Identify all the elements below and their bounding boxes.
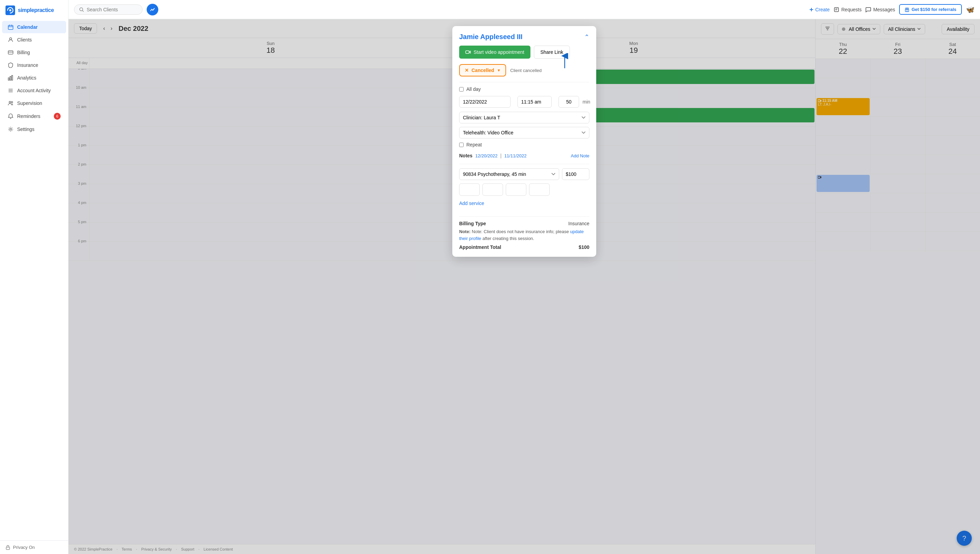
svg-rect-10 [10,76,11,80]
divider-2 [459,164,589,164]
svg-rect-18 [6,547,10,549]
referral-label: Get $150 for referrals [912,7,956,12]
appointment-total-label: Appointment Total [459,244,501,250]
allday-row: All day [459,86,589,92]
notes-sep: | [500,153,502,158]
add-service-button[interactable]: Add service [459,199,484,207]
code-box-2[interactable] [482,183,503,196]
clients-icon [8,37,14,43]
notes-label: Notes [459,153,473,158]
sidebar-item-account-activity[interactable]: Account Activity [2,84,66,97]
calendar-icon [8,24,14,30]
billing-type-label: Billing Type [459,221,486,226]
svg-rect-7 [8,51,13,54]
svg-point-6 [10,38,12,40]
search-box[interactable] [74,5,143,15]
svg-rect-28 [466,51,469,54]
code-box-4[interactable] [529,183,550,196]
dropdown-arrow: ▼ [497,68,501,72]
note-link-2[interactable]: 11/11/2022 [504,153,527,158]
date-input[interactable] [459,96,511,108]
svg-rect-2 [8,25,13,29]
collapse-button[interactable]: ⌃ [584,33,589,41]
create-button[interactable]: Create [809,7,830,12]
video-icon [465,49,471,55]
analytics-icon [8,75,14,81]
sidebar-item-label: Supervision [17,100,42,106]
service-row: 90834 Psychotherapy, 45 min [459,168,589,180]
sidebar-footer: Privacy On [0,540,68,554]
appointment-total-value: $100 [579,244,589,250]
sidebar-item-label: Billing [17,50,30,55]
svg-line-20 [83,10,84,12]
sidebar-item-label: Calendar [17,24,38,30]
location-select[interactable]: Telehealth: Video Office [459,127,589,138]
sidebar-item-reminders[interactable]: Reminders 6 [2,110,66,123]
calendar-left: Today ‹ › Dec 2022 Sun 18 Mon 19 [68,19,816,554]
sidebar-item-clients[interactable]: Clients [2,33,66,46]
note-link-1[interactable]: 12/20/2022 [475,153,498,158]
analytics-button[interactable] [146,4,158,16]
search-input[interactable] [87,7,131,12]
messages-button[interactable]: Messages [865,7,895,12]
svg-point-1 [9,9,11,11]
sidebar-item-insurance[interactable]: Insurance [2,59,66,71]
sidebar-item-calendar[interactable]: Calendar [2,21,66,33]
clinician-select[interactable]: Clinician: Laura T [459,112,589,123]
reminders-icon [8,113,14,119]
status-dropdown[interactable]: ✕ Cancelled ▼ [459,64,506,76]
code-box-1[interactable] [459,183,480,196]
duration-input[interactable] [558,96,579,108]
billing-note: Note: Note: Client does not have insuran… [459,228,589,242]
sidebar-item-label: Reminders [17,113,40,119]
repeat-row: Repeat [459,142,589,147]
supervision-icon [8,100,14,106]
appointment-total-row: Appointment Total $100 [459,244,589,250]
svg-point-16 [11,102,13,103]
referral-button[interactable]: Get $150 for referrals [899,4,962,15]
min-label: min [582,99,590,105]
billing-type-row: Billing Type Insurance [459,221,589,226]
requests-label: Requests [841,7,861,12]
billing-section: Billing Type Insurance Note: Note: Clien… [459,221,589,250]
billing-icon [8,49,14,56]
insurance-icon [8,62,14,68]
allday-label: All day [466,86,481,92]
sidebar-item-billing[interactable]: Billing [2,46,66,59]
status-label: Cancelled [471,67,494,73]
billing-note-text: Note: Client does not have insurance inf… [472,229,569,234]
sidebar-item-analytics[interactable]: Analytics [2,72,66,84]
messages-icon [865,7,871,12]
account-activity-icon [8,88,14,94]
topbar: Create Requests Messages Get $150 for re… [68,0,980,19]
video-button[interactable]: Start video appointment [459,46,530,59]
billing-type-value: Insurance [568,221,589,226]
svg-point-15 [9,102,11,103]
plus-icon [809,7,814,12]
sidebar-item-supervision[interactable]: Supervision [2,97,66,109]
main-area: Create Requests Messages Get $150 for re… [68,0,980,554]
client-name: Jamie Appleseed III [459,33,523,41]
add-note-button[interactable]: Add Note [571,153,589,158]
code-box-3[interactable] [506,183,526,196]
requests-button[interactable]: Requests [834,7,861,12]
calendar-main: Today ‹ › Dec 2022 Sun 18 Mon 19 [68,19,980,554]
svg-rect-11 [12,75,13,80]
arrow-svg [561,53,569,70]
sidebar-item-settings[interactable]: Settings [2,123,66,135]
logo: simplepractice [0,0,68,19]
time-input[interactable] [517,96,552,108]
lock-icon [5,545,10,550]
repeat-checkbox[interactable] [459,143,464,147]
svg-point-19 [80,8,83,11]
appointment-panel: Jamie Appleseed III ⌃ Start video appoin… [452,26,596,257]
svg-rect-9 [8,78,9,80]
privacy-label: Privacy On [13,545,35,550]
search-icon [79,7,84,12]
sidebar-item-label: Settings [17,126,35,132]
butterfly-button[interactable]: 🦋 [966,5,975,14]
service-select[interactable]: 90834 Psychotherapy, 45 min [459,168,559,180]
price-input[interactable] [562,168,589,180]
allday-checkbox-label[interactable]: All day [459,86,481,92]
allday-checkbox[interactable] [459,87,464,92]
